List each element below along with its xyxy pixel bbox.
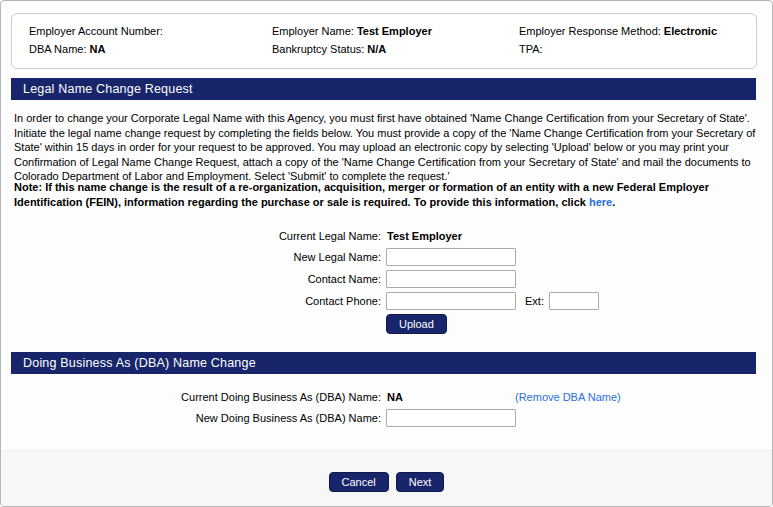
current-dba-name-value: NA bbox=[387, 391, 515, 403]
new-legal-name-input[interactable] bbox=[386, 248, 516, 266]
contact-phone-label: Contact Phone: bbox=[1, 295, 381, 307]
contact-name-input[interactable] bbox=[386, 270, 516, 288]
next-button[interactable]: Next bbox=[396, 472, 445, 492]
contact-phone-input[interactable] bbox=[386, 292, 516, 310]
new-legal-name-row: New Legal Name: bbox=[1, 248, 772, 266]
legal-name-change-form: Current Legal Name: Test Employer New Le… bbox=[1, 228, 772, 334]
employer-response-method-value: Electronic bbox=[664, 25, 717, 37]
tpa: TPA: bbox=[519, 43, 756, 55]
new-dba-name-label: New Doing Business As (DBA) Name: bbox=[1, 412, 381, 424]
tpa-label: TPA: bbox=[519, 43, 543, 55]
legal-name-change-section-header: Legal Name Change Request bbox=[11, 78, 756, 100]
dba-name-label: DBA Name: bbox=[29, 43, 86, 55]
employer-account-number: Employer Account Number: bbox=[29, 25, 272, 37]
upload-row: Upload bbox=[386, 314, 772, 334]
current-legal-name-label: Current Legal Name: bbox=[1, 230, 381, 242]
new-dba-name-row: New Doing Business As (DBA) Name: bbox=[1, 409, 772, 427]
dba-name: DBA Name:NA bbox=[29, 43, 272, 55]
contact-name-row: Contact Name: bbox=[1, 270, 772, 288]
dba-name-change-section-header: Doing Business As (DBA) Name Change bbox=[11, 352, 756, 374]
current-dba-name-row: Current Doing Business As (DBA) Name: NA… bbox=[1, 389, 772, 404]
upload-button[interactable]: Upload bbox=[386, 314, 447, 334]
cancel-button[interactable]: Cancel bbox=[329, 472, 389, 492]
employer-name-value: Test Employer bbox=[357, 25, 432, 37]
employer-name-label: Employer Name: bbox=[272, 25, 354, 37]
employer-info-card: Employer Account Number: Employer Name:T… bbox=[11, 13, 757, 69]
bankruptcy-status-value: N/A bbox=[367, 43, 386, 55]
fein-note-suffix: . bbox=[612, 196, 615, 208]
fein-here-link[interactable]: here bbox=[589, 196, 612, 208]
ext-label: Ext: bbox=[525, 295, 544, 307]
legal-name-change-page: Employer Account Number: Employer Name:T… bbox=[0, 0, 773, 507]
employer-response-method-label: Employer Response Method: bbox=[519, 25, 661, 37]
dba-name-change-form: Current Doing Business As (DBA) Name: NA… bbox=[1, 389, 772, 431]
bankruptcy-status: Bankruptcy Status:N/A bbox=[272, 43, 519, 55]
contact-phone-row: Contact Phone: Ext: bbox=[1, 292, 772, 310]
ext-input[interactable] bbox=[549, 292, 599, 310]
remove-dba-name-link[interactable]: (Remove DBA Name) bbox=[515, 391, 621, 403]
bankruptcy-status-label: Bankruptcy Status: bbox=[272, 43, 364, 55]
legal-name-change-instructions: In order to change your Corporate Legal … bbox=[14, 111, 760, 184]
employer-name: Employer Name:Test Employer bbox=[272, 25, 519, 37]
employer-response-method: Employer Response Method:Electronic bbox=[519, 25, 756, 37]
current-legal-name-value: Test Employer bbox=[387, 230, 462, 242]
current-legal-name-row: Current Legal Name: Test Employer bbox=[1, 228, 772, 243]
contact-name-label: Contact Name: bbox=[1, 273, 381, 285]
employer-account-number-label: Employer Account Number: bbox=[29, 25, 163, 37]
current-dba-name-label: Current Doing Business As (DBA) Name: bbox=[1, 391, 381, 403]
new-legal-name-label: New Legal Name: bbox=[1, 251, 381, 263]
footer-action-bar: Cancel Next bbox=[1, 450, 772, 506]
dba-name-value: NA bbox=[89, 43, 105, 55]
fein-note: Note: If this name change is the result … bbox=[14, 180, 760, 210]
new-dba-name-input[interactable] bbox=[386, 409, 516, 427]
